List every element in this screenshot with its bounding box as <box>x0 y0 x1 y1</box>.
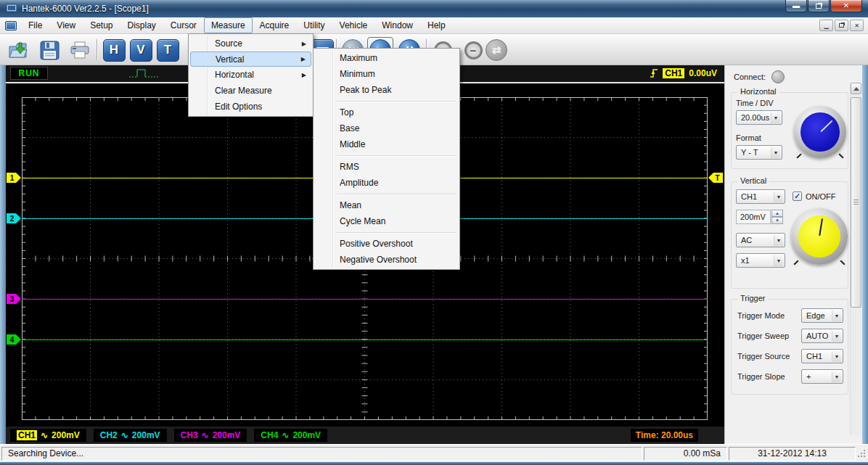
trigger-level-marker[interactable]: T <box>708 173 723 183</box>
menu-display[interactable]: Display <box>120 17 163 33</box>
ch2-volts: 200mV <box>132 430 160 440</box>
measure-menu-source[interactable]: Source ▶ <box>190 36 311 52</box>
horizontal-knob[interactable] <box>794 106 846 158</box>
trigger-button[interactable]: T <box>155 37 181 63</box>
menu-separator <box>337 232 456 233</box>
menu-separator <box>337 194 456 194</box>
trigger-sweep-select[interactable]: AUTO ▼ <box>801 329 843 343</box>
submenu-rms[interactable]: RMS <box>315 159 458 175</box>
trigger-mode-value: Edge <box>806 311 825 320</box>
ch4-info[interactable]: CH4 ∿ 200mV <box>254 429 327 442</box>
menu-acquire[interactable]: Acquire <box>253 17 297 33</box>
horizontal-button[interactable]: H <box>101 37 127 63</box>
menu-measure[interactable]: Measure <box>204 17 253 33</box>
connect-led-icon <box>771 70 785 83</box>
vertical-button[interactable]: V <box>128 37 154 63</box>
ch4-label: CH4 <box>261 430 278 440</box>
menu-window[interactable]: Window <box>374 17 420 33</box>
menu-vehicle[interactable]: Vehicle <box>332 17 375 33</box>
app-icon <box>6 4 17 14</box>
menu-view[interactable]: View <box>49 17 83 33</box>
open-icon <box>8 41 30 60</box>
status-message: Searching Device... <box>1 447 642 461</box>
connect-status: Connect: <box>734 70 785 83</box>
timediv-select[interactable]: 20.00us ▼ <box>736 110 782 125</box>
submenu-top[interactable]: Top <box>315 104 458 120</box>
menu-item-label: Horizontal <box>215 70 254 80</box>
save-button[interactable] <box>36 37 62 63</box>
volts-up-button[interactable]: ▲ <box>771 210 783 217</box>
zoom-out-button[interactable]: − <box>460 37 486 63</box>
submenu-mean[interactable]: Mean <box>315 197 458 213</box>
trigger-source-select[interactable]: CH1 ▼ <box>801 349 843 363</box>
vertical-knob[interactable] <box>791 208 848 265</box>
menu-file[interactable]: File <box>21 17 49 33</box>
measure-menu-horizontal[interactable]: Horizontal ▶ <box>190 67 311 83</box>
submenu-positive-overshoot[interactable]: Positive Overshoot <box>315 236 458 252</box>
volts-down-button[interactable]: ▼ <box>771 217 783 224</box>
channel-select[interactable]: CH1 ▼ <box>736 189 785 204</box>
title-bar: Hantek-6000 Ver2.2.5 - [Scope1] ▬ ✕ <box>0 0 868 17</box>
submenu-maximum[interactable]: Maximum <box>315 50 458 66</box>
trigger-edge-icon <box>650 67 658 79</box>
ch4-position-marker[interactable]: 4 <box>7 334 21 345</box>
maximize-button[interactable] <box>808 0 830 12</box>
submenu-arrow-icon: ▶ <box>302 72 306 78</box>
trigger-mode-select[interactable]: Edge ▼ <box>801 308 843 323</box>
probe-select[interactable]: x1 ▼ <box>736 253 785 268</box>
measure-menu-edit-options[interactable]: Edit Options <box>190 99 311 115</box>
probe-value: x1 <box>741 256 750 265</box>
menu-item-label: Negative Overshoot <box>340 255 417 265</box>
ch1-position-marker[interactable]: 1 <box>7 173 21 183</box>
submenu-negative-overshoot[interactable]: Negative Overshoot <box>315 252 458 268</box>
menu-separator <box>337 155 456 156</box>
trigger-slope-select[interactable]: + ▼ <box>801 369 843 384</box>
trigger-t-icon: T <box>157 39 179 62</box>
volts-value[interactable]: 200mV <box>736 210 771 224</box>
submenu-base[interactable]: Base <box>315 120 458 136</box>
ch1-label: CH1 <box>17 430 37 440</box>
submenu-peak-to-peak[interactable]: Peak to Peak <box>315 82 458 98</box>
menu-item-label: Mean <box>340 200 361 210</box>
open-button[interactable] <box>6 37 32 63</box>
mdi-restore-button[interactable] <box>835 20 848 31</box>
format-select[interactable]: Y - T ▼ <box>736 145 782 160</box>
swap-button[interactable]: ⇄ <box>483 37 509 63</box>
mdi-close-button[interactable]: ✕ <box>850 20 864 31</box>
print-button[interactable] <box>67 37 93 63</box>
menu-utility[interactable]: Utility <box>296 17 332 33</box>
ch3-info[interactable]: CH3 ∿ 200mV <box>174 429 247 442</box>
close-button[interactable]: ✕ <box>830 0 862 12</box>
ch3-position-marker[interactable]: 3 <box>7 294 21 304</box>
swap-arrows-icon: ⇄ <box>486 39 507 61</box>
minimize-button[interactable]: ▬ <box>785 0 807 12</box>
scrollbar-thumb[interactable] <box>851 97 861 308</box>
resize-grip-icon[interactable] <box>856 448 867 458</box>
submenu-minimum[interactable]: Minimum <box>315 66 458 82</box>
knob-pointer <box>820 120 832 132</box>
menu-help[interactable]: Help <box>420 17 453 33</box>
mdi-minimize-button[interactable]: ▁ <box>819 20 833 31</box>
ch2-position-marker[interactable]: 2 <box>7 213 21 223</box>
menu-setup[interactable]: Setup <box>83 17 120 33</box>
ch2-info[interactable]: CH2 ∿ 200mV <box>94 429 167 442</box>
menu-cursor[interactable]: Cursor <box>163 17 204 33</box>
measure-menu-clear[interactable]: Clear Measure <box>190 83 311 99</box>
menu-item-label: Edit Options <box>215 102 262 112</box>
coupling-value: AC <box>741 236 752 244</box>
coupling-select[interactable]: AC ▼ <box>736 233 785 247</box>
submenu-middle[interactable]: Middle <box>315 136 458 152</box>
measure-menu-vertical[interactable]: Vertical ▶ <box>190 52 311 67</box>
child-window-icon[interactable] <box>5 21 17 30</box>
mdi-restore-icon <box>839 23 844 28</box>
onoff-checkbox[interactable]: ✓ <box>793 192 802 201</box>
ch1-info[interactable]: CH1 ∿ 200mV <box>10 429 86 442</box>
channel-info-bar: CH1 ∿ 200mV CH2 ∿ 200mV CH3 ∿ 200mV CH4 … <box>6 427 724 444</box>
window-title: Hantek-6000 Ver2.2.5 - [Scope1] <box>22 4 149 14</box>
scroll-up-button[interactable] <box>851 83 861 94</box>
submenu-cycle-mean[interactable]: Cycle Mean <box>315 213 458 229</box>
zoom-out-icon: − <box>464 41 483 59</box>
trigger-sweep-label: Trigger Sweep <box>737 332 789 340</box>
submenu-amplitude[interactable]: Amplitude <box>315 175 458 191</box>
horizontal-h-icon: H <box>103 39 126 62</box>
